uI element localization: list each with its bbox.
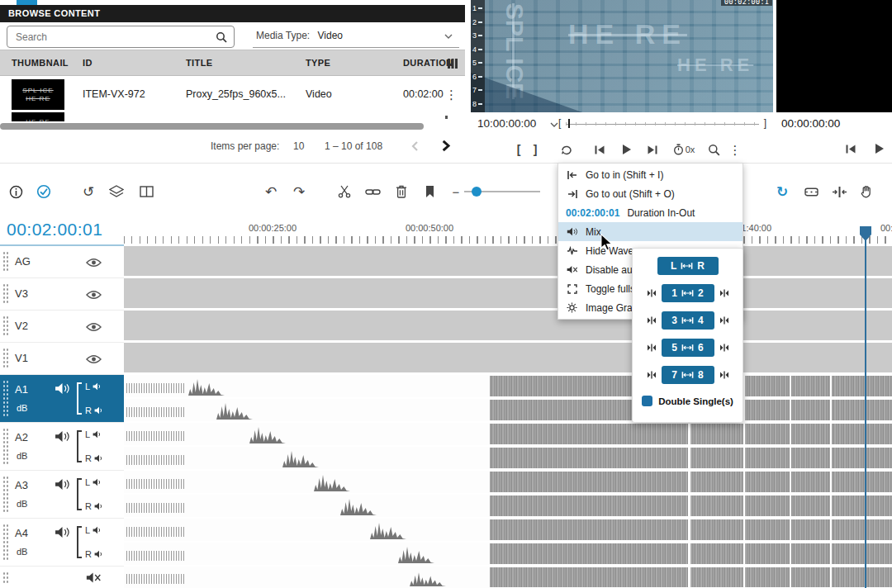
razor-tool-icon[interactable]: [802, 183, 820, 201]
column-settings-icon[interactable]: [447, 58, 458, 69]
pair-mix-button-5-6[interactable]: 5 6: [662, 339, 714, 357]
prev-page-icon[interactable]: [410, 140, 421, 152]
track-header-selected[interactable]: A1 dB L R: [0, 375, 124, 423]
search-icon[interactable]: [216, 31, 227, 43]
link-clips-icon[interactable]: [363, 183, 382, 201]
partial-row-thumbnail[interactable]: HE RE: [12, 112, 64, 121]
scrub-in-bracket[interactable]: [: [558, 117, 561, 129]
audio-segments[interactable]: [490, 543, 892, 564]
merge-icon[interactable]: [719, 344, 729, 352]
col-thumbnail[interactable]: THUMBNAIL: [12, 50, 69, 75]
audio-lane-left[interactable]: [124, 519, 892, 541]
track-drag-handle[interactable]: [2, 283, 9, 305]
playhead-line[interactable]: [865, 240, 866, 588]
audio-track-content[interactable]: [124, 471, 892, 517]
audio-segments[interactable]: [490, 472, 892, 492]
program-play-icon[interactable]: [871, 140, 887, 157]
track-drag-handle[interactable]: [2, 348, 9, 369]
eye-icon[interactable]: [86, 258, 102, 268]
channel-left[interactable]: L: [85, 477, 102, 487]
info-icon[interactable]: [7, 183, 25, 201]
video-track-content[interactable]: [124, 343, 892, 372]
merge-icon[interactable]: [647, 289, 657, 297]
db-label[interactable]: dB: [17, 547, 27, 557]
menu-item-go-to-out[interactable]: Go to out (Shift + O): [558, 184, 743, 203]
search-input[interactable]: [7, 26, 235, 48]
track-header[interactable]: V3: [0, 278, 124, 311]
menu-item-mix[interactable]: Mix: [558, 222, 743, 241]
col-type[interactable]: TYPE: [306, 50, 330, 75]
audio-track-content[interactable]: [124, 519, 892, 565]
audio-segments[interactable]: [490, 448, 892, 468]
track-drag-handle[interactable]: [2, 315, 9, 337]
pair-mix-button-1-2[interactable]: 1 2: [662, 284, 714, 302]
audio-lane-right[interactable]: [124, 399, 892, 421]
speaker-icon[interactable]: [55, 478, 70, 491]
eye-icon[interactable]: [86, 290, 102, 300]
scrub-out-bracket[interactable]: ]: [764, 117, 766, 129]
scrub-playhead[interactable]: [568, 119, 570, 128]
channel-right[interactable]: R: [85, 453, 104, 463]
video-track-content[interactable]: [124, 278, 892, 308]
playback-speed-control[interactable]: 0x: [669, 141, 699, 158]
merge-icon[interactable]: [647, 316, 657, 325]
approve-check-icon[interactable]: [35, 183, 53, 201]
stereo-mix-button[interactable]: L R: [657, 257, 719, 275]
eye-icon[interactable]: [86, 354, 102, 364]
marker-flag-icon[interactable]: [420, 183, 439, 201]
audio-lane-left[interactable]: [124, 471, 892, 493]
merge-icon[interactable]: [647, 371, 657, 379]
cut-scissors-icon[interactable]: [335, 183, 353, 201]
source-timecode[interactable]: 10:00:00:00: [477, 117, 536, 130]
pair-mix-button-3-4[interactable]: 3 4: [662, 311, 714, 330]
items-per-page-value[interactable]: 10: [293, 130, 304, 162]
channel-left[interactable]: L: [85, 429, 102, 439]
audio-track-content[interactable]: [124, 423, 892, 469]
source-video-viewport[interactable]: SPL ICE HE RE HE RE 1 2 3 4 5 6 7 8 00:0…: [471, 0, 773, 112]
source-scrub-bar[interactable]: [ ]: [558, 119, 766, 129]
speaker-icon[interactable]: [55, 382, 70, 395]
refresh-render-icon[interactable]: ↻: [773, 183, 791, 201]
next-frame-icon[interactable]: [644, 141, 661, 158]
mark-out-button[interactable]: ]: [527, 141, 543, 158]
mark-in-button[interactable]: [: [510, 141, 527, 158]
add-layer-icon[interactable]: [107, 183, 126, 201]
play-icon[interactable]: [618, 141, 634, 158]
track-header[interactable]: AG: [0, 246, 124, 278]
video-track-content[interactable]: [124, 311, 892, 340]
col-duration[interactable]: DURATION: [403, 50, 453, 75]
audio-segments[interactable]: [490, 567, 892, 587]
audio-lane-left[interactable]: [124, 423, 892, 445]
track-header[interactable]: V2: [0, 311, 124, 343]
channel-left[interactable]: L: [85, 525, 102, 535]
channel-right[interactable]: R: [85, 549, 104, 559]
center-playhead-icon[interactable]: [830, 183, 848, 201]
undo-icon[interactable]: ↶: [262, 183, 280, 201]
hand-pan-icon[interactable]: [857, 183, 875, 201]
track-header[interactable]: A3 dB L R: [0, 471, 124, 519]
track-header[interactable]: [0, 567, 124, 588]
merge-icon[interactable]: [719, 371, 729, 379]
history-reset-icon[interactable]: ↺: [79, 183, 97, 201]
timecode-dropdown-icon[interactable]: [550, 122, 558, 127]
prev-frame-icon[interactable]: [591, 141, 608, 158]
speaker-icon[interactable]: [55, 430, 70, 443]
media-type-select[interactable]: Media Type: Video: [253, 25, 459, 48]
video-track-content[interactable]: [124, 246, 892, 276]
db-label[interactable]: dB: [17, 499, 27, 509]
zoom-icon[interactable]: [705, 141, 722, 158]
eye-icon[interactable]: [86, 322, 102, 332]
col-title[interactable]: TITLE: [186, 50, 213, 75]
db-label[interactable]: dB: [17, 403, 27, 413]
audio-lane-right[interactable]: [124, 543, 892, 565]
row-more-icon[interactable]: ⋮: [445, 88, 458, 101]
track-drag-handle[interactable]: [2, 251, 9, 273]
timeline-ruler[interactable]: 00:00:25:00 00:00:50:00 00:01:40:00 00:0: [124, 213, 892, 246]
table-row[interactable]: SPL ICE HE RE ITEM-VX-972 Proxy_25fps_96…: [0, 76, 465, 112]
audio-lane-left[interactable]: [124, 567, 892, 588]
audio-lane-right[interactable]: [124, 495, 892, 517]
track-header[interactable]: A4 dB L R: [0, 519, 124, 567]
program-prev-frame-icon[interactable]: [842, 140, 859, 157]
merge-icon[interactable]: [719, 316, 729, 325]
pair-mix-button-7-8[interactable]: 7 8: [662, 366, 714, 384]
